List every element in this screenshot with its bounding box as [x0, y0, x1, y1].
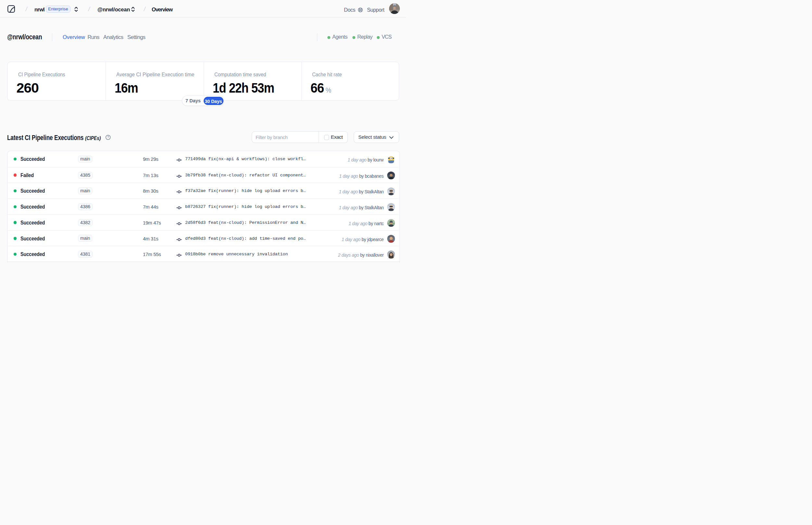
svg-text:?: ?	[107, 135, 109, 139]
